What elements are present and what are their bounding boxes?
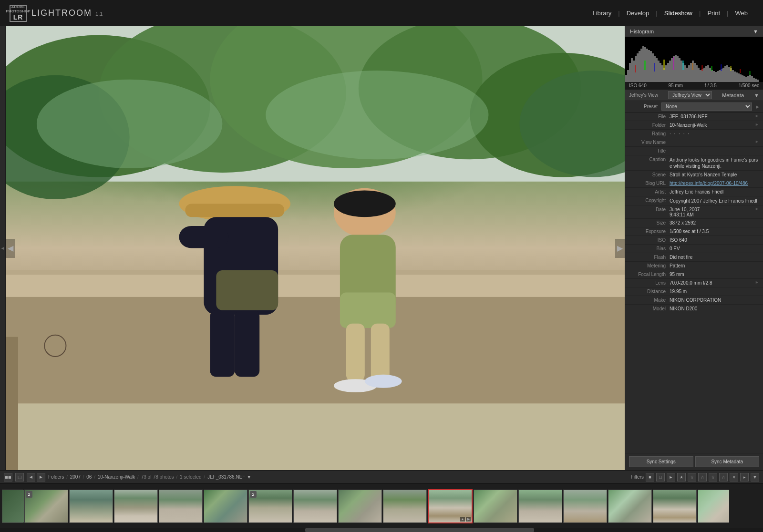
metadata-table: File JEF_031786.NEF ► Folder 10-Nanzenji…: [625, 113, 763, 453]
thumb-15[interactable]: [608, 490, 652, 523]
svg-rect-54: [669, 61, 671, 82]
thumb-10[interactable]: [383, 490, 427, 523]
logo-area: ADOBE PHOTOSHOP LR LIGHTROOM 1.1: [10, 5, 103, 22]
thumb-7[interactable]: 2: [248, 490, 292, 523]
thumb-17[interactable]: [698, 490, 729, 523]
thumb-1[interactable]: [2, 490, 23, 523]
path-filename[interactable]: JEF_031786.NEF ▼: [207, 474, 251, 480]
bias-value: 0 EV: [670, 246, 759, 251]
thumb-2[interactable]: 2: [24, 490, 68, 523]
path-year[interactable]: 2007: [70, 474, 81, 480]
date-edit-icon[interactable]: ►: [753, 206, 759, 211]
filter-icon-10[interactable]: ▸: [740, 473, 749, 481]
viewname-edit-icon[interactable]: ►: [753, 139, 759, 144]
thumb-8[interactable]: [293, 490, 337, 523]
svg-rect-98: [753, 78, 755, 82]
filter-icon-8[interactable]: ☆: [719, 473, 728, 481]
app-version: 1.1: [95, 11, 103, 17]
histogram-collapse-icon[interactable]: ▼: [753, 29, 758, 34]
rating-value[interactable]: · · · · ·: [670, 131, 759, 136]
svg-rect-48: [658, 61, 660, 82]
svg-rect-104: [663, 60, 665, 70]
artist-label: Artist: [629, 189, 670, 194]
meta-viewname: View Name ►: [625, 138, 763, 147]
nav-forward-btn[interactable]: ►: [37, 473, 45, 481]
thumb-11-selected[interactable]: ▲ ▶: [428, 489, 473, 523]
make-value: NIKON CORPORATION: [670, 297, 759, 303]
thumb-5[interactable]: [159, 490, 203, 523]
svg-rect-113: [749, 71, 751, 75]
view-selector: Jeffrey's View Jeffrey's View Default Mi…: [625, 90, 763, 101]
sync-metadata-button[interactable]: Sync Metadata: [695, 456, 760, 467]
svg-rect-65: [690, 63, 692, 82]
nav-library[interactable]: Library: [587, 8, 617, 19]
filter-icon-1[interactable]: ■: [646, 473, 654, 481]
nav-back-btn[interactable]: ◄: [27, 473, 35, 481]
histo-aperture: f / 3.5: [705, 83, 717, 88]
loupe-view-icon[interactable]: □: [15, 473, 24, 481]
thumb-3[interactable]: [69, 490, 113, 523]
lens-edit-icon[interactable]: ►: [753, 280, 759, 285]
svg-rect-30: [6, 337, 18, 470]
svg-rect-110: [721, 64, 722, 71]
svg-rect-71: [701, 69, 703, 82]
path-folder[interactable]: 10-Nanzenji-Walk: [98, 474, 135, 480]
left-panel-arrow: ◄: [0, 246, 5, 251]
photo-nav-left[interactable]: ◀: [6, 239, 15, 258]
preset-arrow-icon[interactable]: ▶: [756, 104, 759, 109]
filter-icon-7[interactable]: ☆: [709, 473, 717, 481]
meta-distance: Distance 19.95 m: [625, 287, 763, 296]
filter-icon-9[interactable]: ▾: [730, 473, 738, 481]
svg-rect-96: [749, 75, 751, 82]
thumb-2-badge: 2: [26, 491, 32, 498]
thumb-4[interactable]: [114, 490, 158, 523]
exposure-label: Exposure: [629, 228, 670, 234]
path-selected: 1 selected: [180, 474, 202, 480]
viewname-label: View Name: [629, 139, 670, 145]
model-value: NIKON D200: [670, 306, 759, 311]
thumb-6[interactable]: [204, 490, 247, 523]
nav-slideshow[interactable]: Slideshow: [659, 8, 698, 19]
grid-view-icon[interactable]: ■■: [4, 473, 12, 481]
thumb-16[interactable]: [653, 490, 697, 523]
bottom-buttons: Sync Settings Sync Metadata: [625, 453, 763, 470]
svg-rect-12: [6, 275, 625, 297]
right-panel: Histogram ▼: [625, 26, 763, 470]
filmstrip-scroll[interactable]: 2 2: [0, 484, 763, 528]
filter-icon-3[interactable]: ►: [667, 473, 675, 481]
nav-print[interactable]: Print: [701, 8, 726, 19]
left-panel[interactable]: ◄: [0, 26, 6, 470]
thumb-13[interactable]: [518, 490, 562, 523]
photo-nav-right[interactable]: ▶: [615, 239, 625, 258]
filter-icon-4[interactable]: ★: [677, 473, 686, 481]
iso-value: ISO 640: [670, 237, 759, 243]
file-edit-icon[interactable]: ►: [753, 113, 759, 118]
path-month[interactable]: 06: [86, 474, 92, 480]
path-folders[interactable]: Folders: [48, 474, 64, 480]
filter-icon-2[interactable]: □: [656, 473, 665, 481]
thumb-14[interactable]: [563, 490, 607, 523]
thumb-12[interactable]: [474, 490, 517, 523]
filmstrip-scrollbar[interactable]: [0, 528, 763, 532]
nav-web[interactable]: Web: [730, 8, 754, 19]
filmstrip-settings-icon[interactable]: ▼: [751, 473, 759, 481]
filmstrip-area: ■■ □ ◄ ► Folders / 2007 / 06 / 10-Nanzen…: [0, 470, 763, 532]
folder-value: 10-Nanzenji-Walk: [670, 122, 753, 128]
view-select[interactable]: Jeffrey's View Default Minimal: [668, 91, 712, 99]
nav-develop[interactable]: Develop: [621, 8, 655, 19]
focal-label: Focal Length: [629, 271, 670, 277]
meta-exposure: Exposure 1/500 sec at f / 3.5: [625, 227, 763, 236]
model-label: Model: [629, 306, 670, 311]
blogurl-value[interactable]: http://regex.info/blog/2007-06-10/486: [670, 180, 759, 186]
path-count: 73 of 78 photos: [141, 474, 174, 480]
preset-select[interactable]: None: [661, 102, 752, 111]
thumb-9[interactable]: [338, 490, 382, 523]
filter-icon-6[interactable]: ☆: [698, 473, 707, 481]
sync-settings-button[interactable]: Sync Settings: [629, 456, 693, 467]
folder-edit-icon[interactable]: ►: [753, 122, 759, 127]
size-value: 3872 x 2592: [670, 220, 759, 225]
filter-icon-5[interactable]: ☆: [688, 473, 696, 481]
filmstrip-right: Filters ■ □ ► ★ ☆ ☆ ☆ ☆ ▾ ▸ ▼: [631, 473, 759, 481]
metadata-dropdown-icon[interactable]: ▼: [754, 92, 759, 98]
meta-focal: Focal Length 95 mm: [625, 270, 763, 279]
